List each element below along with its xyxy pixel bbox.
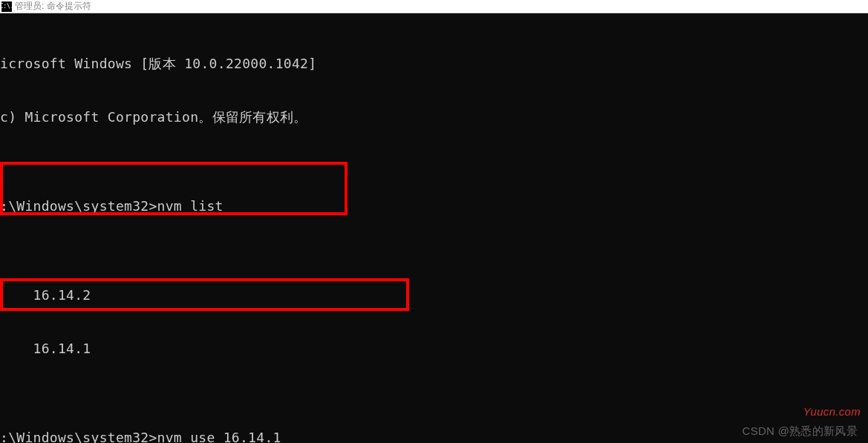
terminal-line: 16.14.2 — [0, 286, 868, 304]
terminal-line: icrosoft Windows [版本 10.0.22000.1042] — [0, 55, 868, 73]
watermark-csdn: CSDN @熟悉的新风景 — [743, 422, 858, 440]
terminal-line: :\Windows\system32>nvm list — [0, 197, 868, 215]
cmd-icon: C:\. — [1, 1, 12, 12]
window-title: 管理员: 命令提示符 — [15, 0, 91, 13]
terminal-line: c) Microsoft Corporation。保留所有权利。 — [0, 108, 868, 126]
watermark-yuucn: Yuucn.com — [803, 403, 861, 421]
terminal-line: 16.14.1 — [0, 340, 868, 358]
terminal-output[interactable]: icrosoft Windows [版本 10.0.22000.1042] c)… — [0, 13, 868, 443]
terminal-line: :\Windows\system32>nvm use 16.14.1 — [0, 429, 868, 443]
window-titlebar: C:\. 管理员: 命令提示符 — [0, 0, 868, 13]
